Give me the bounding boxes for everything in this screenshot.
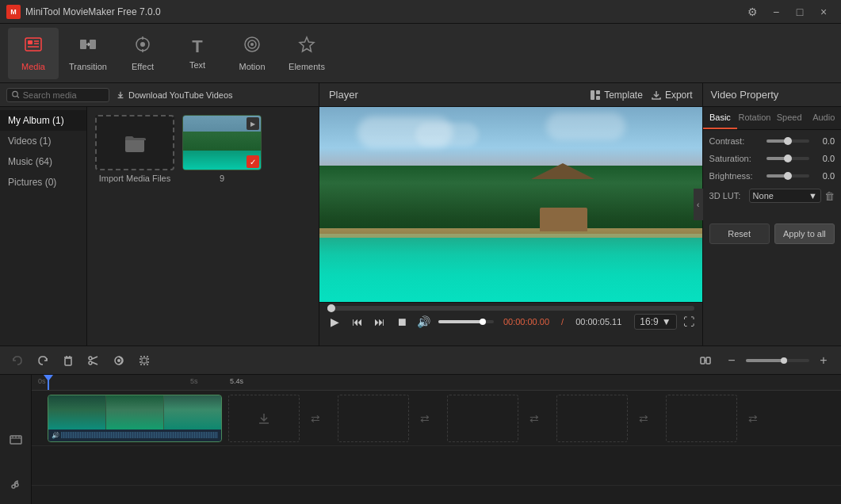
svg-point-32 (117, 359, 120, 362)
media-content: My Album (1) Videos (1) Music (64) Pictu… (0, 107, 319, 346)
svg-rect-22 (596, 96, 600, 100)
volume-slider[interactable] (438, 320, 494, 323)
text-icon: T (192, 36, 202, 57)
fullscreen-btn[interactable]: ⛶ (683, 315, 694, 328)
controls-row: ▶ ⏮ ⏭ ⏹ 🔊 00:00:00.00 / 00:00:05.11 16:9 (327, 314, 694, 330)
search-box[interactable] (6, 88, 109, 102)
tab-basic[interactable]: Basic (703, 107, 738, 129)
audio-btn[interactable] (108, 349, 130, 372)
playhead[interactable] (48, 375, 49, 390)
svg-point-15 (13, 91, 17, 96)
close-btn[interactable]: × (812, 3, 835, 21)
category-album[interactable]: My Album (1) (0, 110, 86, 131)
music-track-icon (6, 473, 25, 492)
timeline-slot-4[interactable] (556, 395, 628, 442)
saturation-slider[interactable] (766, 157, 809, 160)
category-pictures[interactable]: Pictures (0) (0, 172, 86, 193)
lut-label: 3D LUT: (709, 191, 749, 200)
volume-bar (438, 320, 494, 323)
timeline-slot-1[interactable] (228, 395, 300, 442)
ruler-5-4s: 5.4s (230, 377, 243, 385)
apply-all-btn[interactable]: Apply to all (774, 223, 835, 244)
lut-select[interactable]: None ▼ (749, 189, 821, 203)
toolbar-media[interactable]: Media (8, 28, 59, 79)
zoom-slider[interactable] (746, 359, 809, 362)
svg-rect-23 (65, 358, 71, 365)
timeline-slot-5[interactable] (666, 395, 737, 442)
timeline-slot-2[interactable] (338, 395, 409, 442)
zoom-in-btn[interactable]: + (812, 349, 835, 372)
scene-detect-btn[interactable] (695, 349, 717, 372)
reset-btn[interactable]: Reset (709, 223, 770, 244)
ruler-5s: 5s (190, 377, 198, 385)
timeline-arrow-2: ⇄ (409, 395, 441, 442)
video-clip[interactable]: 🔊 (48, 395, 222, 442)
minimize-btn[interactable]: − (765, 3, 787, 21)
lut-delete-btn[interactable]: 🗑 (824, 190, 835, 202)
settings-btn[interactable]: ⚙ (741, 3, 763, 21)
video-type-badge: ▶ (247, 117, 259, 130)
brightness-label: Brightness: (709, 171, 766, 181)
progress-bar[interactable] (327, 306, 694, 311)
toolbar-elements[interactable]: Elements (281, 28, 332, 79)
svg-rect-35 (701, 357, 705, 364)
zoom-out-btn[interactable]: − (721, 349, 743, 372)
maximize-btn[interactable]: □ (789, 3, 811, 21)
toolbar-text[interactable]: T Text (172, 28, 223, 79)
folder-icon (122, 130, 147, 155)
split-btn[interactable] (82, 349, 105, 372)
toolbar-effect[interactable]: Effect (117, 28, 168, 79)
redo-btn[interactable] (32, 349, 54, 372)
brightness-dot (784, 172, 792, 180)
category-videos[interactable]: Videos (1) (0, 131, 86, 151)
contrast-slider[interactable] (766, 139, 809, 143)
motion-label: Motion (239, 62, 265, 71)
svg-marker-14 (300, 37, 314, 52)
volume-btn[interactable]: 🔊 (416, 314, 432, 330)
svg-point-27 (89, 357, 92, 360)
window-controls: ⚙ − □ × (741, 3, 835, 21)
media-sidebar: My Album (1) Videos (1) Music (64) Pictu… (0, 107, 87, 346)
elements-label: Elements (289, 62, 325, 71)
download-youtube-btn[interactable]: Download YouTube Videos (116, 90, 233, 100)
left-panel: Download YouTube Videos My Album (1) Vid… (0, 83, 319, 346)
import-media-item[interactable]: Import Media Files (95, 115, 174, 183)
play-btn[interactable]: ▶ (327, 314, 343, 330)
category-music[interactable]: Music (64) (0, 151, 86, 172)
video-media-item[interactable]: ▶ ✓ 9 (182, 115, 262, 183)
audio-indicator: 🔊 (52, 432, 59, 439)
search-input[interactable] (23, 90, 104, 100)
video-thumb: ▶ ✓ (182, 115, 262, 170)
forward-btn[interactable]: ⏭ (372, 314, 388, 330)
crop-btn[interactable] (133, 349, 155, 372)
toolbar-motion[interactable]: Motion (227, 28, 277, 79)
panel-title: Video Property (703, 83, 841, 107)
tab-speed[interactable]: Speed (772, 107, 807, 129)
timeline-slot-3[interactable] (447, 395, 518, 442)
search-icon (12, 90, 20, 99)
template-btn[interactable]: Template (590, 90, 643, 101)
template-label: Template (604, 90, 643, 101)
trash-icon (62, 354, 75, 367)
lut-chevron: ▼ (809, 191, 817, 200)
stop-btn[interactable]: ⏹ (394, 314, 410, 330)
elements-icon (297, 35, 316, 59)
brightness-slider[interactable] (766, 174, 809, 178)
time-current: 00:00:00.00 (503, 317, 549, 326)
delete-btn[interactable] (57, 349, 79, 372)
toolbar-transition[interactable]: Transition (63, 28, 113, 79)
undo-icon (11, 354, 24, 367)
collapse-panel-btn[interactable]: ‹ (694, 189, 703, 220)
timeline-toolbar: − + (0, 346, 841, 375)
property-body: Contrast: 0.0 Saturation: 0.0 Brightness… (703, 130, 841, 216)
tab-rotation[interactable]: Rotation (737, 107, 772, 129)
brightness-row: Brightness: 0.0 (709, 171, 835, 181)
timeline-arrow-4: ⇄ (628, 395, 659, 442)
property-tabs: Basic Rotation Speed Audio (703, 107, 841, 130)
zoom-dot (781, 357, 787, 364)
export-btn[interactable]: Export (651, 90, 693, 101)
undo-btn[interactable] (6, 349, 29, 372)
aspect-ratio-selector[interactable]: 16:9 ▼ (634, 314, 676, 330)
tab-audio[interactable]: Audio (806, 107, 841, 129)
rewind-btn[interactable]: ⏮ (350, 314, 365, 330)
